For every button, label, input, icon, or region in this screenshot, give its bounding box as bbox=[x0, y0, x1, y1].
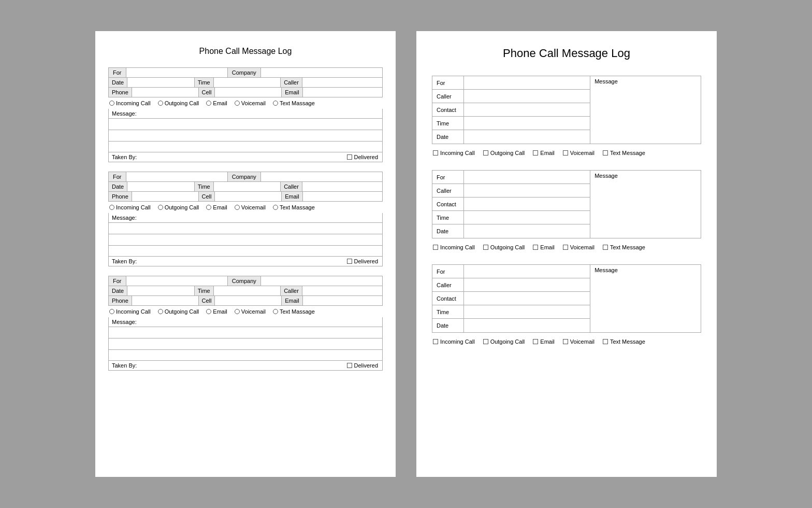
company-input-2[interactable] bbox=[261, 172, 383, 182]
r-outgoing-3[interactable]: Outgoing Call bbox=[483, 338, 525, 345]
company-label-3: Company bbox=[228, 276, 261, 286]
email-option-3[interactable]: Email bbox=[206, 308, 227, 315]
voicemail-option-1[interactable]: Voicemail bbox=[235, 100, 266, 106]
incoming-call-option-1[interactable]: Incoming Call bbox=[109, 100, 151, 106]
text-option-3[interactable]: Text Massage bbox=[273, 308, 315, 315]
right-checkboxes-1: Incoming Call Outgoing Call Email Voicem… bbox=[432, 147, 701, 159]
cell-input-3[interactable] bbox=[215, 296, 282, 306]
delivered-checkbox-3[interactable] bbox=[347, 363, 352, 368]
r-text-2[interactable]: Text Message bbox=[603, 244, 645, 250]
text-option-2[interactable]: Text Massage bbox=[273, 204, 315, 210]
for-input-2[interactable] bbox=[126, 172, 228, 182]
row-for-1: For Company bbox=[108, 67, 383, 78]
right-contact-input-1[interactable] bbox=[463, 103, 590, 116]
r-outgoing-1[interactable]: Outgoing Call bbox=[483, 150, 525, 156]
outgoing-call-option-2[interactable]: Outgoing Call bbox=[158, 204, 199, 210]
incoming-call-option-3[interactable]: Incoming Call bbox=[109, 308, 151, 315]
right-for-input-3[interactable] bbox=[463, 265, 590, 278]
message-line-1c[interactable] bbox=[109, 142, 382, 152]
right-caller-label-2: Caller bbox=[432, 184, 463, 197]
caller-input-3[interactable] bbox=[302, 286, 383, 296]
caller-input-2[interactable] bbox=[302, 182, 383, 192]
delivered-checkbox-1[interactable] bbox=[347, 154, 352, 160]
right-caller-input-3[interactable] bbox=[463, 278, 590, 291]
right-date-input-3[interactable] bbox=[463, 319, 590, 332]
message-line-2a[interactable] bbox=[109, 223, 382, 234]
for-input-3[interactable] bbox=[126, 276, 228, 286]
phone-input-3[interactable] bbox=[132, 296, 199, 306]
r-voicemail-1[interactable]: Voicemail bbox=[563, 150, 594, 156]
left-page-title: Phone Call Message Log bbox=[108, 47, 383, 56]
date-input-2[interactable] bbox=[127, 182, 194, 192]
checkboxes-2: Incoming Call Outgoing Call Email Voicem… bbox=[108, 202, 383, 213]
right-time-input-2[interactable] bbox=[463, 211, 590, 224]
r-outgoing-2[interactable]: Outgoing Call bbox=[483, 244, 525, 250]
cell-label-1: Cell bbox=[199, 88, 215, 97]
right-date-input-2[interactable] bbox=[463, 224, 590, 238]
right-contact-input-3[interactable] bbox=[463, 292, 590, 305]
time-input-1[interactable] bbox=[214, 78, 281, 88]
r-incoming-3[interactable]: Incoming Call bbox=[433, 338, 475, 345]
for-label-3: For bbox=[108, 276, 126, 286]
cell-input-1[interactable] bbox=[215, 88, 282, 97]
cell-input-2[interactable] bbox=[215, 192, 282, 202]
message-line-3c[interactable] bbox=[109, 350, 382, 360]
right-checkboxes-3: Incoming Call Outgoing Call Email Voicem… bbox=[432, 336, 701, 347]
r-voicemail-3[interactable]: Voicemail bbox=[563, 338, 594, 345]
message-line-3a[interactable] bbox=[109, 327, 382, 338]
company-input-3[interactable] bbox=[261, 276, 383, 286]
r-voicemail-2[interactable]: Voicemail bbox=[563, 244, 594, 250]
r-email-2[interactable]: Email bbox=[533, 244, 555, 250]
r-incoming-1[interactable]: Incoming Call bbox=[433, 150, 475, 156]
email-option-1[interactable]: Email bbox=[206, 100, 227, 106]
date-input-3[interactable] bbox=[127, 286, 194, 296]
text-option-1[interactable]: Text Massage bbox=[273, 100, 315, 106]
message-area-3: Message: bbox=[108, 317, 383, 361]
for-input-1[interactable] bbox=[126, 67, 228, 78]
company-input-1[interactable] bbox=[261, 67, 383, 78]
right-contact-input-2[interactable] bbox=[463, 197, 590, 210]
right-date-input-1[interactable] bbox=[463, 130, 590, 144]
row-date-1: Date Time Caller bbox=[108, 78, 383, 88]
date-input-1[interactable] bbox=[127, 78, 194, 88]
delivered-checkbox-2[interactable] bbox=[347, 259, 352, 264]
right-time-input-1[interactable] bbox=[463, 117, 590, 130]
message-line-2c[interactable] bbox=[109, 246, 382, 256]
delivered-area-3: Delivered bbox=[343, 361, 382, 370]
message-line-2b[interactable] bbox=[109, 234, 382, 246]
outgoing-call-option-1[interactable]: Outgoing Call bbox=[158, 100, 199, 106]
r-email-1[interactable]: Email bbox=[533, 150, 555, 156]
email-input-3[interactable] bbox=[303, 296, 383, 306]
caller-input-1[interactable] bbox=[302, 78, 383, 88]
phone-input-2[interactable] bbox=[132, 192, 199, 202]
message-header-1: Message: bbox=[109, 109, 382, 119]
voicemail-option-2[interactable]: Voicemail bbox=[235, 204, 266, 210]
right-caller-input-1[interactable] bbox=[463, 90, 590, 103]
r-email-3[interactable]: Email bbox=[533, 338, 555, 345]
voicemail-option-3[interactable]: Voicemail bbox=[235, 308, 266, 315]
message-header-3: Message: bbox=[109, 317, 382, 327]
email-input-2[interactable] bbox=[303, 192, 383, 202]
incoming-call-option-2[interactable]: Incoming Call bbox=[109, 204, 151, 210]
r-sq-voicemail-2 bbox=[563, 245, 568, 250]
message-line-3b[interactable] bbox=[109, 338, 382, 350]
message-line-1a[interactable] bbox=[109, 119, 382, 130]
radio-incoming-2 bbox=[109, 205, 114, 210]
right-time-input-3[interactable] bbox=[463, 305, 590, 318]
message-line-1b[interactable] bbox=[109, 130, 382, 142]
phone-input-1[interactable] bbox=[132, 88, 199, 97]
right-caller-input-2[interactable] bbox=[463, 184, 590, 197]
time-input-3[interactable] bbox=[214, 286, 281, 296]
right-for-input-1[interactable] bbox=[463, 76, 590, 89]
email-input-1[interactable] bbox=[303, 88, 383, 97]
r-text-3[interactable]: Text Message bbox=[603, 338, 645, 345]
time-input-2[interactable] bbox=[214, 182, 281, 192]
right-caller-label-1: Caller bbox=[432, 90, 463, 103]
right-for-input-2[interactable] bbox=[463, 171, 590, 184]
r-incoming-2[interactable]: Incoming Call bbox=[433, 244, 475, 250]
for-label-1: For bbox=[108, 67, 126, 78]
right-left-col-2: For Caller Contact Time Date bbox=[432, 171, 590, 238]
outgoing-call-option-3[interactable]: Outgoing Call bbox=[158, 308, 199, 315]
email-option-2[interactable]: Email bbox=[206, 204, 227, 210]
r-text-1[interactable]: Text Message bbox=[603, 150, 645, 156]
